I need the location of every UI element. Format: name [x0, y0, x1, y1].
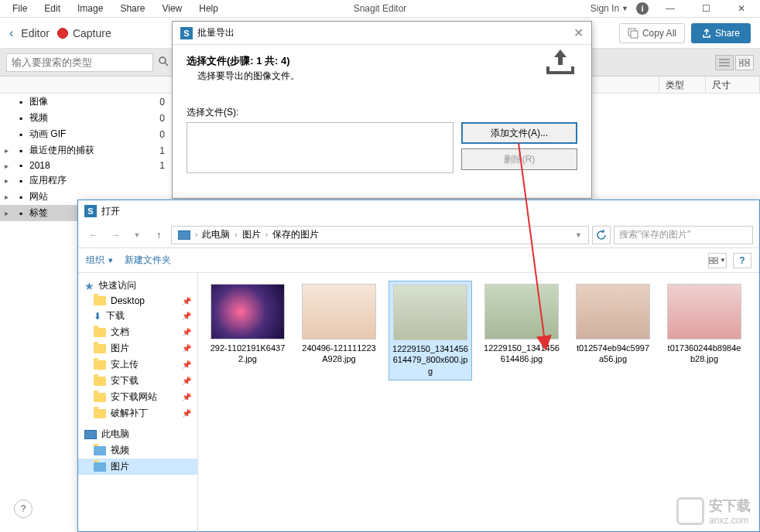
- snagit-logo-icon: S: [84, 205, 97, 217]
- list-view-toggle[interactable]: [715, 55, 734, 70]
- library-item[interactable]: ▪视频0: [0, 110, 174, 126]
- nav-forward-button[interactable]: →: [106, 226, 125, 244]
- library-item[interactable]: ▪动画 GIF0: [0, 126, 174, 142]
- new-folder-button[interactable]: 新建文件夹: [125, 254, 171, 267]
- col-size[interactable]: 尺寸: [706, 77, 760, 93]
- svg-rect-12: [710, 257, 714, 260]
- nav-quick-access[interactable]: ★ 快速访问: [78, 278, 197, 294]
- app-icon: ▪: [15, 176, 26, 186]
- help-icon-button[interactable]: ?: [733, 253, 751, 268]
- open-search-input[interactable]: 搜索"保存的图片": [614, 226, 753, 244]
- nav-item[interactable]: ⬇下载📌: [78, 308, 197, 324]
- organize-menu[interactable]: 组织 ▼: [86, 254, 114, 267]
- video-icon: ▪: [15, 130, 26, 139]
- thumbnail-image: [484, 284, 559, 339]
- watermark: 安下载 anxz.com: [676, 496, 751, 526]
- selected-files-list[interactable]: [187, 122, 454, 173]
- folder-icon: [94, 409, 106, 418]
- search-icon[interactable]: [158, 56, 169, 69]
- share-button[interactable]: Share: [691, 23, 751, 43]
- file-thumbnail[interactable]: 12229150_1341456614479_800x600.jpg: [389, 281, 472, 380]
- library-item[interactable]: ▸▪20181: [0, 159, 174, 172]
- clock-icon: ▪: [15, 146, 26, 155]
- copy-all-button[interactable]: Copy All: [619, 23, 685, 43]
- back-arrow-icon[interactable]: ‹: [9, 26, 13, 40]
- pin-icon: 📌: [182, 297, 191, 305]
- library-item[interactable]: ▸▪最近使用的捕获1: [0, 142, 174, 159]
- svg-rect-15: [714, 261, 718, 263]
- app-title: Snagit Editor: [354, 3, 407, 14]
- view-options-button[interactable]: ▼: [708, 253, 727, 268]
- folder-icon: [94, 462, 106, 472]
- folder-icon: [94, 446, 106, 455]
- nav-up-button[interactable]: ↑: [149, 226, 168, 244]
- tag-icon: ▪: [15, 209, 26, 218]
- pin-icon: 📌: [182, 344, 191, 353]
- nav-item[interactable]: 破解补丁📌: [78, 405, 197, 421]
- batch-dialog-titlebar: S 批量导出 ✕: [173, 22, 591, 45]
- svg-rect-10: [745, 63, 749, 66]
- thumbnail-image: [393, 285, 467, 340]
- capture-button[interactable]: Capture: [57, 27, 111, 39]
- svg-rect-13: [714, 257, 718, 260]
- nav-this-pc[interactable]: 此电脑: [78, 426, 197, 442]
- nav-item[interactable]: 安上传📌: [78, 356, 197, 373]
- nav-item[interactable]: 安下载📌: [78, 373, 197, 389]
- nav-item[interactable]: 图片: [78, 459, 197, 475]
- open-dialog-title: 打开: [101, 205, 120, 218]
- open-toolbar: 组织 ▼ 新建文件夹 ▼ ?: [78, 248, 759, 273]
- menu-image[interactable]: Image: [70, 1, 111, 16]
- nav-pane: ★ 快速访问 Desktop📌⬇下载📌文档📌图片📌安上传📌安下载📌安下载网站📌破…: [78, 273, 198, 532]
- maximize-button[interactable]: ☐: [692, 1, 720, 16]
- menu-edit[interactable]: Edit: [36, 1, 68, 16]
- sign-in-link[interactable]: Sign In ▼: [591, 3, 628, 14]
- pin-icon: 📌: [182, 393, 191, 401]
- file-thumbnail[interactable]: t012574eb94c5997a56.jpg: [571, 281, 655, 368]
- file-thumbnail[interactable]: 12229150_1341456614486.jpg: [480, 281, 563, 368]
- thumbnail-image: [211, 284, 285, 339]
- breadcrumb-segment[interactable]: 此电脑: [199, 228, 233, 241]
- breadcrumb[interactable]: › 此电脑 › 图片 › 保存的图片 ▼: [171, 226, 589, 244]
- svg-rect-9: [739, 63, 743, 66]
- svg-point-2: [159, 57, 166, 63]
- menu-share[interactable]: Share: [112, 1, 152, 16]
- editor-label[interactable]: Editor: [21, 27, 50, 39]
- nav-item[interactable]: 视频: [78, 442, 197, 459]
- batch-close-button[interactable]: ✕: [573, 26, 584, 40]
- folder-icon: [94, 296, 106, 305]
- thumbnail-image: [576, 284, 650, 339]
- pin-icon: 📌: [182, 377, 191, 385]
- menu-file[interactable]: File: [5, 1, 35, 16]
- pin-icon: 📌: [182, 312, 191, 320]
- refresh-button[interactable]: [592, 226, 611, 244]
- folder-icon: [94, 360, 106, 370]
- select-files-label: 选择文件(S):: [187, 106, 577, 119]
- breadcrumb-segment[interactable]: 图片: [239, 228, 264, 241]
- add-files-button[interactable]: 添加文件(A)...: [461, 122, 577, 144]
- help-button[interactable]: ?: [14, 500, 33, 518]
- menu-view[interactable]: View: [154, 1, 190, 16]
- nav-item[interactable]: 文档📌: [78, 324, 197, 340]
- nav-item[interactable]: 图片📌: [78, 340, 197, 356]
- col-type[interactable]: 类型: [659, 77, 706, 93]
- nav-item[interactable]: Desktop📌: [78, 294, 197, 308]
- delete-files-button[interactable]: 删除(R): [461, 148, 577, 170]
- close-button[interactable]: ✕: [727, 1, 755, 16]
- nav-item[interactable]: 安下载网站📌: [78, 389, 197, 405]
- nav-recent-button[interactable]: ▼: [128, 226, 146, 244]
- minimize-button[interactable]: —: [656, 1, 684, 16]
- file-thumbnail[interactable]: 240496-121111223A928.jpg: [297, 281, 381, 368]
- menu-help[interactable]: Help: [191, 1, 226, 16]
- search-input[interactable]: [6, 53, 153, 72]
- file-thumbnail[interactable]: t017360244b8984eb28.jpg: [662, 281, 746, 368]
- nav-back-button[interactable]: ←: [84, 226, 103, 244]
- thumbnail-label: t012574eb94c5997a56.jpg: [574, 343, 652, 365]
- folder-icon: ▪: [15, 161, 26, 170]
- file-thumbnail[interactable]: 292-1102191K64372.jpg: [206, 281, 289, 368]
- library-item[interactable]: ▸▪应用程序: [0, 172, 174, 189]
- info-icon[interactable]: i: [636, 2, 649, 15]
- breadcrumb-segment[interactable]: 保存的图片: [269, 228, 322, 241]
- grid-view-toggle[interactable]: [735, 55, 754, 70]
- library-item[interactable]: ▪图像0: [0, 94, 174, 110]
- share-icon: [702, 29, 711, 38]
